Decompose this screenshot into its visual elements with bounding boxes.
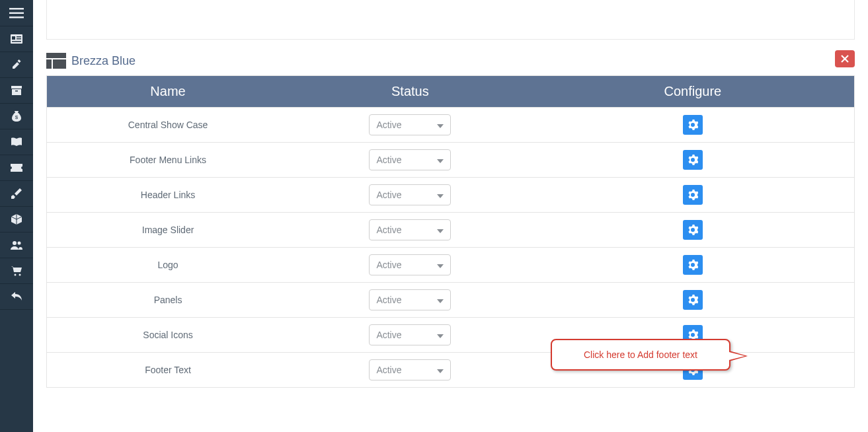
close-icon: [841, 55, 849, 63]
row-name: Logo: [47, 248, 290, 283]
chevron-down-icon: [437, 264, 444, 268]
sidebar-item-edit[interactable]: [0, 52, 33, 78]
svg-rect-1: [9, 12, 24, 14]
svg-text:$: $: [15, 114, 19, 120]
configure-button[interactable]: [683, 150, 703, 170]
configure-button[interactable]: [683, 185, 703, 205]
svg-rect-6: [17, 38, 21, 40]
table-row: Image SliderActive: [47, 213, 855, 248]
svg-point-16: [19, 274, 21, 276]
sidebar: $: [0, 0, 33, 432]
svg-rect-0: [9, 8, 24, 10]
sidebar-item-undo[interactable]: [0, 284, 33, 310]
svg-point-14: [18, 242, 21, 245]
archive-icon: [11, 86, 22, 95]
sidebar-item-book[interactable]: [0, 129, 33, 155]
table-row: PanelsActive: [47, 283, 855, 318]
table-row: LogoActive: [47, 248, 855, 283]
panel-title: Brezza Blue: [71, 54, 136, 68]
table-row: Central Show CaseActive: [47, 108, 855, 143]
status-select[interactable]: Active: [369, 149, 451, 170]
book-icon: [11, 137, 22, 147]
sidebar-item-cart[interactable]: [0, 258, 33, 284]
svg-rect-10: [12, 89, 21, 95]
gear-icon: [688, 120, 698, 130]
row-status-cell: Active: [289, 143, 532, 178]
row-configure-cell: [532, 213, 855, 248]
row-name: Social Icons: [47, 318, 290, 353]
row-configure-cell: [532, 318, 855, 353]
close-button[interactable]: [835, 50, 855, 67]
row-configure-cell: [532, 178, 855, 213]
status-select[interactable]: Active: [369, 114, 451, 135]
status-value: Active: [376, 120, 401, 130]
sidebar-item-box[interactable]: [0, 207, 33, 233]
row-status-cell: Active: [289, 318, 532, 353]
svg-rect-11: [15, 90, 18, 92]
status-select[interactable]: Active: [369, 289, 451, 310]
svg-point-15: [15, 274, 17, 276]
box-icon: [11, 214, 22, 225]
status-select[interactable]: Active: [369, 219, 451, 240]
row-configure-cell: [532, 108, 855, 143]
main-area: Brezza Blue Name Status Configure Centra…: [33, 0, 868, 432]
configure-button[interactable]: [683, 325, 703, 345]
row-configure-cell: [532, 248, 855, 283]
status-value: Active: [376, 155, 401, 165]
gear-icon: [688, 225, 698, 235]
table-row: Social IconsActive: [47, 318, 855, 353]
status-select[interactable]: Active: [369, 359, 451, 380]
status-select[interactable]: Active: [369, 184, 451, 205]
sidebar-item-archive[interactable]: [0, 78, 33, 104]
sidebar-item-paint[interactable]: [0, 181, 33, 207]
row-status-cell: Active: [289, 248, 532, 283]
status-value: Active: [376, 260, 401, 270]
svg-rect-4: [12, 36, 15, 40]
row-status-cell: Active: [289, 283, 532, 318]
sidebar-item-money[interactable]: $: [0, 104, 33, 129]
status-value: Active: [376, 295, 401, 305]
svg-rect-5: [17, 36, 21, 38]
sidebar-item-users[interactable]: [0, 233, 33, 258]
configure-button[interactable]: [683, 290, 703, 310]
gear-icon: [688, 365, 698, 375]
gear-icon: [688, 330, 698, 340]
sidebar-item-card[interactable]: [0, 26, 33, 52]
theme-panel: Brezza Blue Name Status Configure Centra…: [46, 50, 855, 388]
status-value: Active: [376, 330, 401, 340]
configure-button[interactable]: [683, 115, 703, 135]
menu-toggle[interactable]: [0, 0, 33, 26]
brush-icon: [11, 188, 22, 199]
status-select[interactable]: Active: [369, 254, 451, 275]
row-name: Footer Text: [47, 353, 290, 388]
chevron-down-icon: [437, 159, 444, 163]
svg-rect-2: [9, 17, 24, 18]
row-name: Footer Menu Links: [47, 143, 290, 178]
svg-point-13: [13, 241, 17, 245]
svg-rect-9: [11, 86, 22, 89]
row-status-cell: Active: [289, 353, 532, 388]
panel-header: Brezza Blue: [46, 50, 855, 75]
svg-rect-7: [12, 41, 21, 42]
cart-icon: [11, 266, 22, 276]
users-icon: [11, 240, 22, 250]
configure-button[interactable]: [683, 360, 703, 380]
row-name: Header Links: [47, 178, 290, 213]
svg-rect-18: [46, 59, 52, 69]
svg-rect-19: [53, 59, 66, 69]
chevron-down-icon: [437, 299, 444, 303]
chevron-down-icon: [437, 124, 444, 128]
sidebar-item-ticket[interactable]: [0, 155, 33, 181]
configure-button[interactable]: [683, 255, 703, 275]
row-configure-cell: [532, 283, 855, 318]
status-select[interactable]: Active: [369, 324, 451, 345]
table-row: Footer Menu LinksActive: [47, 143, 855, 178]
chevron-down-icon: [437, 334, 444, 338]
config-table: Name Status Configure Central Show CaseA…: [46, 75, 855, 388]
row-name: Central Show Case: [47, 108, 290, 143]
layout-icon: [46, 53, 66, 69]
chevron-down-icon: [437, 194, 444, 198]
gear-icon: [688, 155, 698, 165]
col-name: Name: [47, 76, 290, 108]
configure-button[interactable]: [683, 220, 703, 240]
